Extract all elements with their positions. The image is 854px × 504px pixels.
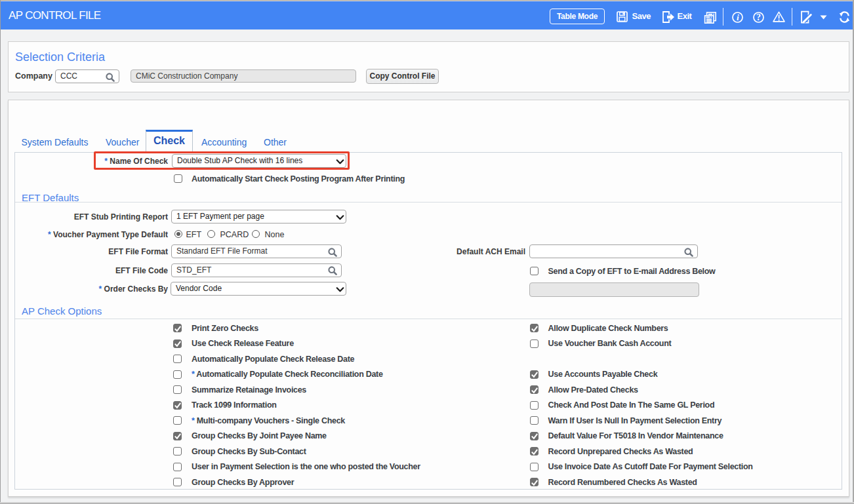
svg-text:?: ? — [756, 12, 761, 22]
svg-text:i: i — [737, 12, 739, 22]
